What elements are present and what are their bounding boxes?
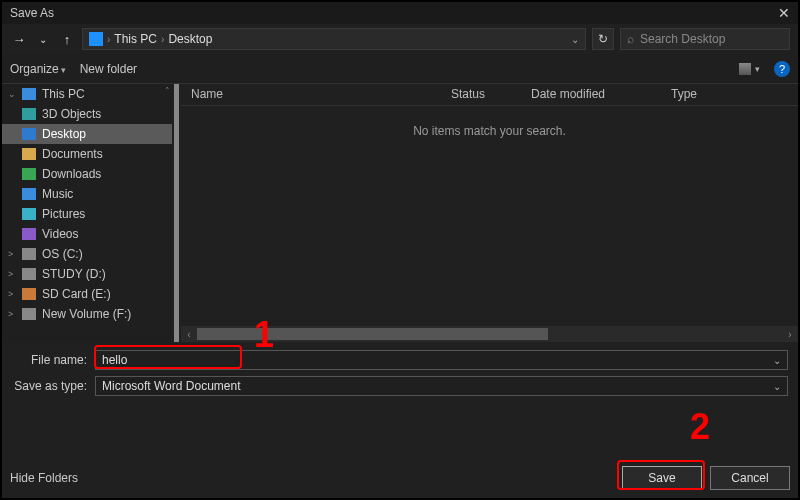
tree-item-videos[interactable]: Videos (2, 224, 172, 244)
cancel-button[interactable]: Cancel (710, 466, 790, 490)
folder-icon (22, 168, 36, 180)
tree-item-desktop[interactable]: Desktop (2, 124, 172, 144)
organize-button[interactable]: Organize▾ (10, 62, 66, 76)
tree-item-sd-card-e-[interactable]: >SD Card (E:) (2, 284, 172, 304)
empty-message: No items match your search. (181, 106, 798, 138)
col-name[interactable]: Name (181, 84, 441, 105)
folder-icon (22, 188, 36, 200)
col-type[interactable]: Type (661, 84, 761, 105)
annotation-2: 2 (690, 406, 710, 448)
chevron-right-icon: › (161, 34, 164, 45)
new-folder-button[interactable]: New folder (80, 62, 137, 76)
filename-label: File name: (12, 353, 87, 367)
tree-item-label: Pictures (42, 207, 85, 221)
tree-item-pictures[interactable]: Pictures (2, 204, 172, 224)
save-form: File name: hello ⌄ Save as type: Microso… (2, 342, 798, 396)
tree-item-new-volume-f-[interactable]: >New Volume (F:) (2, 304, 172, 324)
expand-icon[interactable]: ⌄ (8, 89, 16, 99)
tree-item-study-d-[interactable]: >STUDY (D:) (2, 264, 172, 284)
breadcrumb-desktop[interactable]: Desktop (168, 32, 212, 46)
folder-icon (22, 148, 36, 160)
hide-folders-button[interactable]: Hide Folders (10, 471, 78, 485)
file-list-pane: Name Status Date modified Type No items … (181, 84, 798, 342)
body-area: ˄ ⌄This PC3D ObjectsDesktopDocumentsDown… (2, 84, 798, 342)
folder-icon (22, 288, 36, 300)
tree-item-this-pc[interactable]: ⌄This PC (2, 84, 172, 104)
scroll-left-icon[interactable]: ‹ (181, 329, 197, 340)
refresh-button[interactable]: ↻ (592, 28, 614, 50)
savetype-label: Save as type: (12, 379, 87, 393)
splitter-handle[interactable] (174, 84, 179, 342)
tree-item-label: New Volume (F:) (42, 307, 131, 321)
column-headers: Name Status Date modified Type (181, 84, 798, 106)
folder-icon (22, 88, 36, 100)
folder-icon (22, 248, 36, 260)
tree-item-label: OS (C:) (42, 247, 83, 261)
tree-item-downloads[interactable]: Downloads (2, 164, 172, 184)
horizontal-scrollbar[interactable]: ‹ › (181, 326, 798, 342)
search-icon: ⌕ (627, 32, 634, 46)
chevron-down-icon[interactable]: ⌄ (773, 355, 781, 366)
tree-item-3d-objects[interactable]: 3D Objects (2, 104, 172, 124)
chevron-down-icon[interactable]: ⌄ (773, 381, 781, 392)
breadcrumb-this-pc[interactable]: This PC (114, 32, 157, 46)
savetype-select[interactable]: Microsoft Word Document ⌄ (95, 376, 788, 396)
tree-item-label: 3D Objects (42, 107, 101, 121)
scrollbar-thumb[interactable] (197, 328, 548, 340)
tree-item-label: Desktop (42, 127, 86, 141)
folder-icon (22, 208, 36, 220)
tree-item-label: This PC (42, 87, 85, 101)
nav-bar: → ⌄ ↑ › This PC › Desktop ⌄ ↻ ⌕ Search D… (2, 24, 798, 54)
tree-item-label: STUDY (D:) (42, 267, 106, 281)
folder-icon (22, 108, 36, 120)
command-bar: Organize▾ New folder ▾ ? (2, 54, 798, 84)
folder-icon (22, 268, 36, 280)
back-icon[interactable]: → (10, 32, 28, 47)
tree-item-os-c-[interactable]: >OS (C:) (2, 244, 172, 264)
expand-icon[interactable]: > (8, 289, 16, 299)
up-icon[interactable]: ↑ (58, 32, 76, 47)
tree-item-documents[interactable]: Documents (2, 144, 172, 164)
scroll-up-icon[interactable]: ˄ (165, 86, 170, 96)
expand-icon[interactable]: > (8, 309, 16, 319)
col-date[interactable]: Date modified (521, 84, 661, 105)
nav-tree: ˄ ⌄This PC3D ObjectsDesktopDocumentsDown… (2, 84, 172, 342)
tree-item-label: Documents (42, 147, 103, 161)
tree-item-label: Music (42, 187, 73, 201)
expand-icon[interactable]: > (8, 269, 16, 279)
tree-item-label: SD Card (E:) (42, 287, 111, 301)
chevron-down-icon[interactable]: ⌄ (571, 34, 579, 45)
folder-icon (22, 228, 36, 240)
search-placeholder: Search Desktop (640, 32, 725, 46)
filename-value: hello (102, 353, 127, 367)
help-icon[interactable]: ? (774, 61, 790, 77)
address-bar[interactable]: › This PC › Desktop ⌄ (82, 28, 586, 50)
scroll-right-icon[interactable]: › (782, 329, 798, 340)
tree-item-music[interactable]: Music (2, 184, 172, 204)
bottom-bar: Hide Folders Save Cancel (10, 466, 790, 490)
window-title: Save As (10, 6, 54, 20)
folder-icon (22, 128, 36, 140)
tree-item-label: Downloads (42, 167, 101, 181)
view-options-button[interactable]: ▾ (739, 63, 760, 75)
savetype-value: Microsoft Word Document (102, 379, 241, 393)
titlebar: Save As ✕ (2, 2, 798, 24)
recent-dropdown-icon[interactable]: ⌄ (34, 34, 52, 45)
close-icon[interactable]: ✕ (778, 5, 790, 21)
search-input[interactable]: ⌕ Search Desktop (620, 28, 790, 50)
col-status[interactable]: Status (441, 84, 521, 105)
tree-item-label: Videos (42, 227, 78, 241)
chevron-right-icon: › (107, 34, 110, 45)
folder-icon (22, 308, 36, 320)
save-button[interactable]: Save (622, 466, 702, 490)
filename-input[interactable]: hello ⌄ (95, 350, 788, 370)
expand-icon[interactable]: > (8, 249, 16, 259)
pc-icon (89, 32, 103, 46)
save-as-dialog: Save As ✕ → ⌄ ↑ › This PC › Desktop ⌄ ↻ … (0, 0, 800, 500)
